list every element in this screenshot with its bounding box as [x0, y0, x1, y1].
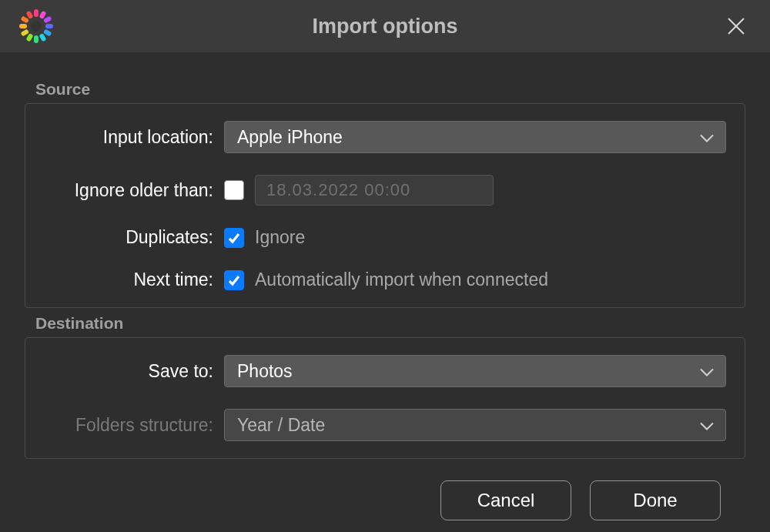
svg-rect-5 — [38, 33, 46, 42]
svg-rect-3 — [45, 24, 53, 28]
duplicates-text: Ignore — [255, 227, 305, 248]
check-icon — [227, 231, 241, 245]
done-button-label: Done — [633, 490, 677, 511]
titlebar: Import options — [0, 0, 770, 55]
ignore-older-date-input[interactable]: 18.03.2022 00:00 — [255, 175, 494, 206]
chevron-down-icon — [699, 127, 715, 148]
ignore-older-placeholder: 18.03.2022 00:00 — [266, 180, 410, 200]
folders-structure-value: Year / Date — [237, 415, 325, 436]
svg-rect-8 — [20, 28, 29, 36]
window-title: Import options — [313, 15, 458, 38]
next-time-checkbox[interactable] — [224, 270, 244, 290]
check-icon — [227, 273, 241, 287]
cancel-button-label: Cancel — [477, 490, 535, 511]
destination-group: Save to: Photos Folders structure: Year … — [25, 337, 745, 459]
ignore-older-checkbox[interactable] — [224, 180, 244, 200]
next-time-text: Automatically import when connected — [255, 269, 548, 290]
svg-rect-7 — [25, 33, 33, 42]
chevron-down-icon — [699, 415, 715, 436]
next-time-label: Next time: — [25, 269, 224, 290]
app-logo-icon — [18, 8, 54, 44]
save-to-value: Photos — [237, 361, 293, 382]
chevron-down-icon — [699, 361, 715, 382]
svg-rect-11 — [25, 10, 33, 19]
folders-structure-dropdown[interactable]: Year / Date — [224, 409, 726, 441]
svg-point-12 — [31, 21, 42, 32]
save-to-label: Save to: — [25, 361, 224, 382]
duplicates-label: Duplicates: — [25, 227, 224, 248]
input-location-label: Input location: — [25, 127, 224, 148]
destination-legend: Destination — [25, 314, 745, 337]
duplicates-checkbox[interactable] — [224, 228, 244, 248]
cancel-button[interactable]: Cancel — [440, 480, 571, 520]
close-button[interactable] — [722, 12, 750, 40]
save-to-dropdown[interactable]: Photos — [224, 355, 726, 387]
source-group: Input location: Apple iPhone Ignore olde… — [25, 103, 745, 308]
svg-rect-4 — [43, 28, 52, 36]
svg-rect-9 — [19, 24, 27, 28]
svg-rect-6 — [34, 35, 38, 43]
source-legend: Source — [25, 80, 745, 103]
svg-rect-2 — [43, 15, 52, 23]
svg-rect-1 — [38, 10, 46, 19]
folders-structure-label: Folders structure: — [25, 415, 224, 436]
input-location-value: Apple iPhone — [237, 127, 343, 148]
done-button[interactable]: Done — [590, 480, 721, 520]
ignore-older-label: Ignore older than: — [25, 180, 224, 201]
close-icon — [726, 16, 746, 36]
svg-rect-10 — [20, 15, 29, 23]
svg-rect-0 — [34, 9, 38, 17]
input-location-dropdown[interactable]: Apple iPhone — [224, 121, 726, 153]
